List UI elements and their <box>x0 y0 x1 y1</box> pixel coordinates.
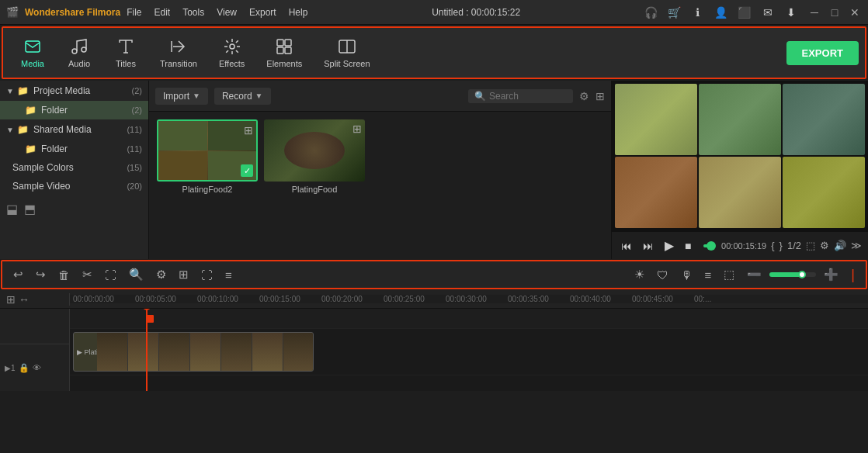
preview-out-point-btn[interactable]: } <box>779 240 783 251</box>
close-button[interactable]: ✕ <box>848 5 862 19</box>
share-icon[interactable]: ⬛ <box>738 5 752 19</box>
tl-extend-btn[interactable]: | <box>846 264 859 286</box>
filter-icon[interactable]: ⚙ <box>579 90 589 102</box>
sample-colors-item[interactable]: Sample Colors (15) <box>0 158 148 177</box>
shared-media-arrow: ▼ <box>6 126 14 134</box>
menu-file[interactable]: File <box>127 7 141 18</box>
sample-video-item[interactable]: Sample Video (20) <box>0 177 148 195</box>
cut-button[interactable]: ✂ <box>78 265 97 285</box>
add-track-btn[interactable]: ⊞ <box>6 293 16 306</box>
preview-frame-back-btn[interactable]: ⏭ <box>640 238 657 254</box>
tl-snap-btn[interactable]: ⬚ <box>719 265 739 285</box>
export-button[interactable]: EXPORT <box>786 41 859 65</box>
color-correct-button[interactable]: ⚙ <box>151 265 171 285</box>
media-item-platingfood[interactable]: ⊞ PlatingFood <box>264 119 365 194</box>
toolbar-elements[interactable]: Elements <box>255 33 313 73</box>
main-toolbar: Media Audio Titles Transition Effects <box>2 26 866 79</box>
track-eye-icon[interactable]: 👁 <box>33 363 41 372</box>
toolbar-audio[interactable]: Audio <box>56 33 102 73</box>
download-icon[interactable]: ⬇ <box>784 5 798 19</box>
tl-brightness-btn[interactable]: ☀ <box>630 265 649 285</box>
clip-thumb-1 <box>97 333 128 371</box>
preview-stop-btn[interactable]: ■ <box>682 238 694 254</box>
toolbar-titles[interactable]: Titles <box>102 33 149 73</box>
preview-settings-btn[interactable]: ⚙ <box>820 240 829 251</box>
maximize-button[interactable]: □ <box>828 5 842 19</box>
left-panel: ▼ 📁 Project Media (2) 📁 Folder (2) ▼ 📁 S… <box>0 81 149 259</box>
shared-media-header[interactable]: ▼ 📁 Shared Media (11) <box>0 119 148 140</box>
track-settings-btn[interactable]: ↔ <box>19 293 30 306</box>
redo-button[interactable]: ↪ <box>31 265 50 285</box>
tl-shield-btn[interactable]: 🛡 <box>652 265 673 285</box>
svg-rect-5 <box>285 40 291 46</box>
stabilize-button[interactable]: ⛶ <box>196 265 217 285</box>
tl-zoom-in-btn[interactable]: ➕ <box>819 265 843 285</box>
preview-volume-btn[interactable]: 🔊 <box>834 240 846 251</box>
toolbar-split-screen[interactable]: Split Screen <box>313 33 380 73</box>
clip-thumb-2 <box>128 333 159 371</box>
svg-point-1 <box>72 49 77 54</box>
record-button[interactable]: Record ▼ <box>214 88 271 105</box>
menu-tools[interactable]: Tools <box>182 7 204 18</box>
timeline: ⊞ ↔ 00:00:00:00 00:00:05:00 00:00:10:00 … <box>0 290 868 391</box>
playhead[interactable] <box>146 309 148 391</box>
preview-play-btn[interactable]: ▶ <box>661 237 677 254</box>
track-label-video: ▶1 🔒 👁 <box>0 344 69 391</box>
preview-skip-back-btn[interactable]: ⏮ <box>618 238 635 254</box>
shared-media-count: (11) <box>127 125 142 134</box>
collapse-left-btn[interactable]: ⬓ <box>6 202 18 216</box>
delete-button[interactable]: 🗑 <box>54 265 75 285</box>
track-lock-icon[interactable]: 🔒 <box>19 363 30 373</box>
menu-view[interactable]: View <box>217 7 237 18</box>
grid-view-icon[interactable]: ⊞ <box>595 90 605 102</box>
timeline-ruler-row: ⊞ ↔ 00:00:00:00 00:00:05:00 00:00:10:00 … <box>0 290 868 309</box>
menu-edit[interactable]: Edit <box>154 7 170 18</box>
media-name-platingfood: PlatingFood <box>264 185 365 194</box>
toolbar-effects[interactable]: Effects <box>208 33 255 73</box>
message-icon[interactable]: ✉ <box>761 5 775 19</box>
shared-media-folder[interactable]: 📁 Folder (11) <box>0 140 148 158</box>
cart-icon[interactable]: 🛒 <box>668 5 682 19</box>
mosaic-button[interactable]: ⊞ <box>174 265 193 285</box>
ruler-30: 00:00:30:00 <box>446 295 508 303</box>
project-media-folder[interactable]: 📁 Folder (2) <box>0 101 148 119</box>
titlebar-menus: File Edit Tools View Export Help <box>127 7 307 18</box>
media-item-platingfood2[interactable]: ⊞ ✓ PlatingFood2 <box>157 119 258 194</box>
menu-help[interactable]: Help <box>289 7 308 18</box>
tl-zoom-out-btn[interactable]: ➖ <box>742 265 766 285</box>
video-clip-platingfood2[interactable]: ▶ PlatingFood2 <box>73 332 314 372</box>
tl-caption-btn[interactable]: ≡ <box>700 265 717 285</box>
tl-mic-btn[interactable]: 🎙 <box>676 265 697 285</box>
preview-speed-btn[interactable]: 1/2 <box>787 240 801 251</box>
collapse-right-btn[interactable]: ⬒ <box>24 202 36 216</box>
clip-thumb-6 <box>252 333 283 371</box>
zoom-button[interactable]: 🔍 <box>124 265 148 285</box>
search-input[interactable] <box>489 91 567 102</box>
undo-button[interactable]: ↩ <box>9 265 28 285</box>
media-search-box[interactable]: 🔍 <box>468 89 573 103</box>
crop-button[interactable]: ⛶ <box>100 265 121 285</box>
account-icon[interactable]: 👤 <box>714 5 728 19</box>
toolbar-transition-label: Transition <box>160 59 197 68</box>
preview-speed-label: 1/2 <box>787 240 801 251</box>
import-button[interactable]: Import ▼ <box>155 88 208 105</box>
preview-progress-bar[interactable] <box>703 244 712 247</box>
media-panel-toolbar: Import ▼ Record ▼ 🔍 ⚙ ⊞ <box>149 81 611 112</box>
tl-zoom-slider[interactable] <box>769 272 816 277</box>
ruler-45: 00:00:45:00 <box>632 295 694 303</box>
info-icon[interactable]: ℹ <box>691 5 705 19</box>
preview-cell-5 <box>699 157 781 228</box>
preview-more-btn[interactable]: ≫ <box>851 240 862 251</box>
project-media-header[interactable]: ▼ 📁 Project Media (2) <box>0 81 148 101</box>
shared-folder-icon: 📁 <box>25 144 36 154</box>
menu-export[interactable]: Export <box>249 7 276 18</box>
preview-time: 00:00:15:19 <box>721 241 766 251</box>
project-media-section: ▼ 📁 Project Media (2) 📁 Folder (2) <box>0 81 148 119</box>
audio-adjust-button[interactable]: ≡ <box>220 265 237 285</box>
preview-fullscreen-btn[interactable]: ⬚ <box>806 240 815 251</box>
project-media-count: (2) <box>132 86 142 95</box>
preview-in-point-btn[interactable]: { <box>771 240 774 251</box>
toolbar-transition[interactable]: Transition <box>149 33 208 73</box>
toolbar-media[interactable]: Media <box>9 33 56 73</box>
minimize-button[interactable]: ─ <box>807 5 821 19</box>
